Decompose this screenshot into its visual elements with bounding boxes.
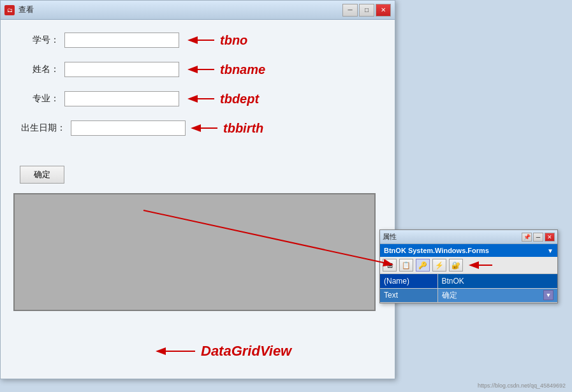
label-name: 姓名： <box>20 64 64 75</box>
props-minimize-button[interactable]: ─ <box>533 233 543 242</box>
props-alphabetical-icon[interactable]: 📋 <box>399 259 413 272</box>
props-header: BtnOK System.Windows.Forms ▼ <box>380 244 557 257</box>
props-type-dropdown[interactable]: ▼ <box>547 247 554 254</box>
input-dept[interactable] <box>64 91 179 106</box>
datagrid-area <box>13 193 376 311</box>
label-birth: 出生日期： <box>20 122 71 134</box>
close-button[interactable]: ✕ <box>376 4 391 17</box>
props-events-icon[interactable]: ⚡ <box>432 259 446 272</box>
field-row-name: 姓名： tbname <box>20 62 376 77</box>
title-bar: 🗂 查看 ─ □ ✕ <box>1 1 395 20</box>
url-watermark: https://blog.csdn.net/qq_45849692 <box>478 382 566 389</box>
annotation-tbbirth: tbbirth <box>223 121 263 136</box>
props-table: (Name) BtnOK Text 确定 ▼ <box>380 274 557 303</box>
props-component-name: BtnOK System.Windows.Forms <box>384 247 489 254</box>
props-value-name: BtnOK <box>437 274 557 288</box>
annotation-tbname: tbname <box>220 62 265 77</box>
props-row-name[interactable]: (Name) BtnOK <box>380 274 557 288</box>
label-dept: 专业： <box>20 93 64 105</box>
field-row-birth: 出生日期： tbbirth <box>20 120 376 136</box>
properties-panel: 属性 📌 ─ ✕ BtnOK System.Windows.Forms ▼ ⊞ … <box>379 229 558 303</box>
props-property-name: (Name) <box>380 274 437 288</box>
props-close-button[interactable]: ✕ <box>545 233 555 242</box>
confirm-button[interactable]: 确定 <box>20 166 64 184</box>
props-property-text: Text <box>380 288 437 302</box>
input-birth[interactable] <box>71 120 186 136</box>
window-icon: 🗂 <box>4 5 15 15</box>
annotation-tbno: tbno <box>220 33 247 48</box>
title-bar-left: 🗂 查看 <box>4 4 34 15</box>
maximize-button[interactable]: □ <box>359 4 374 17</box>
input-name[interactable] <box>64 62 179 77</box>
props-categorized-icon[interactable]: ⊞ <box>383 259 397 272</box>
props-toolbar: ⊞ 📋 🔑 ⚡ 🔐 <box>380 257 557 274</box>
window-title: 查看 <box>18 4 34 15</box>
props-pin-button[interactable]: 📌 <box>522 233 532 242</box>
field-row-no: 学号： tbno <box>20 33 376 48</box>
main-window: 🗂 查看 ─ □ ✕ 学号： t <box>0 0 395 379</box>
field-row-dept: 专业： tbdept <box>20 91 376 106</box>
props-text-dropdown[interactable]: ▼ <box>543 290 554 300</box>
props-title-bar: 属性 📌 ─ ✕ <box>380 230 557 244</box>
input-no[interactable] <box>64 33 179 48</box>
annotation-tbdept: tbdept <box>220 92 259 106</box>
minimize-button[interactable]: ─ <box>342 4 358 17</box>
props-key-icon[interactable]: 🔐 <box>449 259 463 272</box>
title-controls: ─ □ ✕ <box>342 4 391 17</box>
props-row-text[interactable]: Text 确定 ▼ <box>380 288 557 302</box>
props-value-text: 确定 ▼ <box>437 288 557 302</box>
label-no: 学号： <box>20 34 64 46</box>
props-title-controls: 📌 ─ ✕ <box>522 233 555 242</box>
props-properties-icon[interactable]: 🔑 <box>416 259 430 272</box>
props-title-text: 属性 <box>383 232 397 242</box>
form-content: 学号： tbno 姓名： <box>1 20 395 163</box>
datagrid-label: DataGridView <box>201 343 291 359</box>
